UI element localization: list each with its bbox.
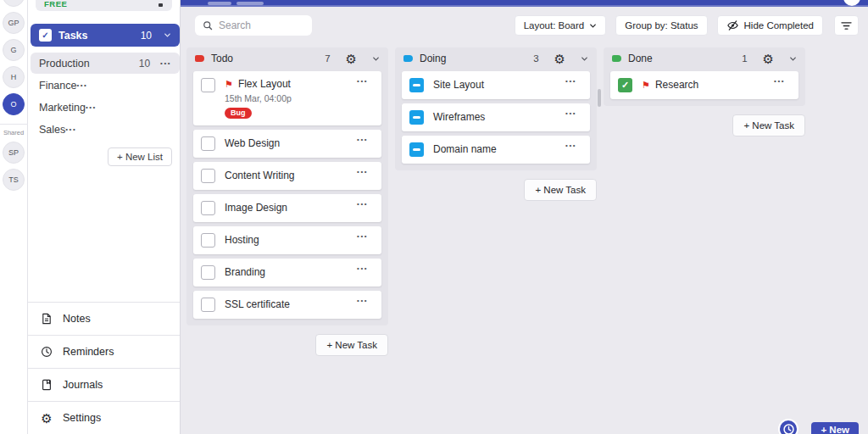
todo-checkbox[interactable] xyxy=(201,136,215,151)
todo-checkbox[interactable] xyxy=(201,265,215,280)
avatar[interactable] xyxy=(843,0,860,6)
workspace-plan-selector[interactable]: FREE xyxy=(36,0,172,11)
journal-icon xyxy=(40,379,53,391)
doing-checkbox[interactable] xyxy=(409,78,424,92)
divider xyxy=(0,124,28,125)
gear-icon[interactable]: ⚙ xyxy=(554,53,565,65)
column-header: Doing3⚙ xyxy=(395,47,597,70)
card-title: Hosting xyxy=(225,234,259,247)
card-title-row: Branding xyxy=(225,266,374,279)
sidebar-item-journals[interactable]: Journals xyxy=(28,368,180,401)
flag-icon: ⚑ xyxy=(225,80,233,89)
todo-checkbox[interactable] xyxy=(201,201,215,215)
task-card[interactable]: Hosting••• xyxy=(193,226,381,254)
ellipsis-icon[interactable]: ••• xyxy=(150,60,171,67)
kanban-board: Todo7⚙⚑Flex Layout15th Mar, 04:00pBug•••… xyxy=(181,36,868,356)
avatar-h[interactable]: H xyxy=(3,66,25,88)
column-doing: Doing3⚙Site Layout•••Wireframes•••Domain… xyxy=(395,47,597,201)
ellipsis-icon[interactable]: ••• xyxy=(65,126,76,133)
card-title: Site Layout xyxy=(433,79,484,92)
avatar-sp[interactable]: SP xyxy=(3,142,25,164)
doing-checkbox[interactable] xyxy=(409,142,424,157)
ellipsis-icon[interactable]: ••• xyxy=(76,82,87,89)
doing-checkbox[interactable] xyxy=(409,110,424,125)
sidebar-item-reminders[interactable]: Reminders xyxy=(28,335,180,368)
hide-completed-button[interactable]: Hide Completed xyxy=(717,15,823,36)
card-content: SSL certificate xyxy=(225,298,374,311)
task-card[interactable]: ⚑Flex Layout15th Mar, 04:00pBug••• xyxy=(193,71,381,125)
sidebar-item-tasks[interactable]: ✓ Tasks 10 xyxy=(31,24,180,47)
card-title: SSL certificate xyxy=(225,298,290,311)
task-card[interactable]: SSL certificate••• xyxy=(193,291,381,319)
task-card[interactable]: Branding••• xyxy=(193,259,381,287)
avatar-g[interactable]: G xyxy=(3,39,25,61)
card-title-row: Hosting xyxy=(225,234,374,247)
chevron-down-icon[interactable] xyxy=(164,31,171,39)
nav-label: Journals xyxy=(63,379,103,391)
chevron-down-icon[interactable] xyxy=(581,55,588,63)
column-todo: Todo7⚙⚑Flex Layout15th Mar, 04:00pBug•••… xyxy=(186,47,388,356)
task-card[interactable]: Wireframes••• xyxy=(402,103,590,131)
new-task-button[interactable]: + New Task xyxy=(315,334,388,356)
chevron-down-icon[interactable] xyxy=(372,55,380,63)
app-root: GPGHO Shared SPTS FREE ✓ Tasks 10 Produc… xyxy=(0,0,868,434)
column-count: 7 xyxy=(325,53,330,64)
new-task-button[interactable]: + New Task xyxy=(732,114,805,136)
card-content: Domain name xyxy=(433,143,582,156)
card-content: ⚑Research xyxy=(642,79,791,92)
card-content: Content Writing xyxy=(225,170,374,182)
new-list-button[interactable]: + New List xyxy=(108,147,172,166)
sidebar-list-marketing[interactable]: Marketing••• xyxy=(31,97,180,118)
chevron-down-icon[interactable] xyxy=(789,55,797,63)
sidebar: FREE ✓ Tasks 10 Production10•••Finance••… xyxy=(28,0,181,434)
layout-select[interactable]: Layout: Board xyxy=(515,15,607,36)
list-label: Marketing xyxy=(39,102,86,114)
sidebar-item-notes[interactable]: Notes xyxy=(28,302,180,335)
flag-icon: ⚑ xyxy=(642,81,650,90)
column-count: 1 xyxy=(742,53,747,64)
tasks-count: 10 xyxy=(141,30,152,42)
todo-checkbox[interactable] xyxy=(201,169,215,183)
ellipsis-icon[interactable]: ••• xyxy=(86,104,97,111)
todo-checkbox[interactable] xyxy=(201,298,215,312)
new-task-button[interactable]: + New Task xyxy=(524,179,597,201)
avatar[interactable] xyxy=(3,0,25,7)
task-card[interactable]: Image Design••• xyxy=(193,194,381,222)
header-text-fragment xyxy=(236,2,264,5)
gear-icon[interactable]: ⚙ xyxy=(346,53,357,65)
sidebar-list-sales[interactable]: Sales••• xyxy=(31,119,180,140)
card-title-row: Site Layout xyxy=(433,79,582,92)
search-input[interactable]: Search xyxy=(195,15,312,36)
main-area: Search Layout: Board Group by: Status Hi… xyxy=(181,0,868,434)
card-due-date: 15th Mar, 04:00p xyxy=(225,93,374,103)
column-surface: Done1⚙✓⚑Research••• xyxy=(604,47,805,106)
nav-label: Reminders xyxy=(63,346,114,358)
sidebar-list-finance[interactable]: Finance••• xyxy=(31,75,180,96)
group-by-button[interactable]: Group by: Status xyxy=(615,15,707,36)
plan-badge: FREE xyxy=(44,0,67,8)
new-button[interactable]: + New xyxy=(811,422,859,434)
scrollbar-thumb[interactable] xyxy=(598,89,601,107)
card-title-row: Domain name xyxy=(433,143,582,156)
card-list: ✓⚑Research••• xyxy=(604,70,805,99)
app-header-strip xyxy=(181,0,868,7)
todo-checkbox[interactable] xyxy=(201,78,215,92)
task-card[interactable]: ✓⚑Research••• xyxy=(610,71,798,99)
avatar-gp[interactable]: GP xyxy=(3,12,25,34)
filter-button[interactable] xyxy=(834,15,859,36)
card-title-row: Wireframes xyxy=(433,111,582,124)
sidebar-list-production[interactable]: Production10••• xyxy=(31,53,180,74)
done-checkbox[interactable]: ✓ xyxy=(618,78,632,92)
card-list: Site Layout•••Wireframes•••Domain name••… xyxy=(395,70,597,164)
time-tracker-button[interactable] xyxy=(778,419,798,434)
task-card[interactable]: Content Writing••• xyxy=(193,162,381,190)
task-card[interactable]: Domain name••• xyxy=(402,136,590,164)
sidebar-item-settings[interactable]: ⚙Settings xyxy=(28,401,180,434)
todo-checkbox[interactable] xyxy=(201,233,215,248)
avatar-ts[interactable]: TS xyxy=(3,169,25,191)
task-card[interactable]: Site Layout••• xyxy=(402,71,590,99)
avatar-o[interactable]: O xyxy=(3,93,25,115)
task-card[interactable]: Web Design••• xyxy=(193,130,381,158)
gear-icon[interactable]: ⚙ xyxy=(763,53,774,65)
workspace-rail: GPGHO Shared SPTS xyxy=(0,0,28,434)
